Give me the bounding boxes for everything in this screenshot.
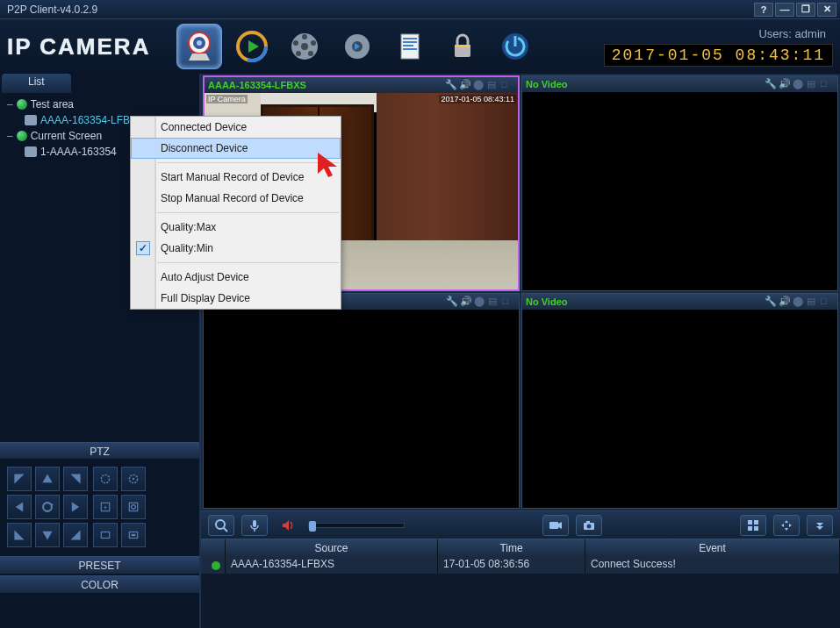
fullscreen-button[interactable] bbox=[773, 515, 800, 536]
iris-close[interactable] bbox=[121, 523, 146, 547]
record-dot-icon[interactable]: ⬤ bbox=[793, 296, 805, 308]
color-button[interactable]: COLOR bbox=[0, 575, 199, 593]
zoom-out[interactable] bbox=[121, 467, 146, 491]
volume-icon[interactable] bbox=[275, 515, 301, 536]
gear-icon bbox=[340, 29, 375, 64]
focus-far[interactable] bbox=[121, 495, 146, 519]
cm-start-record[interactable]: Start Manual Record of Device bbox=[131, 167, 341, 188]
ptz-header[interactable]: PTZ bbox=[0, 442, 199, 460]
settings-button[interactable] bbox=[334, 24, 380, 69]
power-icon bbox=[498, 29, 533, 64]
ptz-down[interactable] bbox=[35, 523, 60, 547]
video-cell-4[interactable]: No Video🔧🔊⬤▤□ bbox=[521, 293, 838, 509]
cm-label: Full Display Device bbox=[161, 292, 250, 304]
speaker-icon[interactable]: 🔊 bbox=[779, 78, 791, 90]
mic-icon[interactable]: 🔧 bbox=[765, 296, 777, 308]
cm-label: Disconnect Device bbox=[161, 142, 248, 154]
webcam-icon bbox=[182, 29, 217, 64]
cm-disconnect-device[interactable]: Disconnect Device bbox=[131, 138, 341, 159]
record-button[interactable] bbox=[282, 24, 327, 69]
cm-connected-device[interactable]: Connected Device bbox=[131, 117, 341, 138]
users-label: Users: admin bbox=[604, 27, 833, 40]
play-ring-icon bbox=[234, 29, 269, 64]
ptz-down-left[interactable] bbox=[7, 523, 32, 547]
record-all-button[interactable] bbox=[542, 515, 569, 536]
close-stream-icon[interactable]: □ bbox=[821, 78, 833, 90]
focus-near[interactable]: + bbox=[93, 495, 118, 519]
ptz-auto[interactable] bbox=[35, 495, 60, 519]
minimize-button[interactable]: — bbox=[775, 3, 794, 17]
speaker-icon[interactable]: 🔊 bbox=[459, 79, 471, 91]
zoom-in[interactable] bbox=[93, 467, 118, 491]
record-dot-icon[interactable]: ⬤ bbox=[473, 79, 485, 91]
cm-quality-min[interactable]: ✓Quality:Min bbox=[131, 238, 341, 259]
svg-marker-28 bbox=[70, 474, 80, 483]
event-text: Connect Success! bbox=[585, 556, 840, 574]
live-view-button[interactable] bbox=[176, 24, 222, 69]
tree-area-test[interactable]: –Test area bbox=[0, 96, 199, 112]
cm-stop-record[interactable]: Stop Manual Record of Device bbox=[131, 188, 341, 209]
snapshot-icon[interactable]: ▤ bbox=[807, 78, 819, 90]
video-cell-3[interactable]: No Video🔧🔊⬤▤□ bbox=[203, 293, 520, 509]
record-dot-icon[interactable]: ⬤ bbox=[474, 296, 486, 308]
svg-marker-65 bbox=[816, 526, 823, 530]
close-stream-icon[interactable]: □ bbox=[821, 296, 833, 308]
cm-quality-max[interactable]: Quality:Max bbox=[131, 217, 341, 238]
ptz-left[interactable] bbox=[7, 495, 32, 519]
camera-icon bbox=[25, 115, 37, 125]
collapse-button[interactable] bbox=[807, 515, 833, 536]
svg-rect-22 bbox=[455, 45, 470, 47]
osd-top-left: IP Camera bbox=[206, 95, 248, 103]
digital-zoom-button[interactable] bbox=[208, 515, 234, 536]
help-button[interactable]: ? bbox=[754, 3, 773, 17]
mic-icon[interactable]: 🔧 bbox=[446, 296, 458, 308]
ptz-right[interactable] bbox=[63, 495, 88, 519]
close-button[interactable]: ✕ bbox=[817, 3, 836, 17]
record-dot-icon[interactable]: ⬤ bbox=[793, 78, 805, 90]
svg-point-38 bbox=[133, 478, 134, 480]
lock-button[interactable] bbox=[440, 24, 485, 69]
clock: 2017-01-05 08:43:11 bbox=[604, 44, 833, 67]
snapshot-all-button[interactable] bbox=[576, 515, 602, 536]
close-stream-icon[interactable]: □ bbox=[501, 79, 513, 91]
video-cell-2[interactable]: No Video🔧🔊⬤▤□ bbox=[521, 75, 838, 291]
event-row[interactable]: AAAA-163354-LFBXS 17-01-05 08:36:56 Conn… bbox=[201, 556, 840, 574]
cm-auto-adjust[interactable]: Auto Adjust Device bbox=[131, 267, 341, 288]
svg-point-9 bbox=[311, 40, 316, 46]
ptz-down-right[interactable] bbox=[63, 523, 88, 547]
snapshot-icon[interactable]: ▤ bbox=[487, 79, 499, 91]
mic-icon[interactable]: 🔧 bbox=[445, 79, 457, 91]
volume-slider[interactable] bbox=[308, 523, 405, 528]
svg-point-36 bbox=[101, 475, 109, 482]
log-icon bbox=[392, 29, 427, 64]
layout-button[interactable] bbox=[740, 515, 766, 536]
ptz-up-left[interactable] bbox=[7, 467, 32, 491]
svg-marker-63 bbox=[789, 524, 792, 527]
snapshot-icon[interactable]: ▤ bbox=[807, 296, 819, 308]
svg-point-12 bbox=[293, 40, 298, 46]
speaker-icon[interactable]: 🔊 bbox=[779, 296, 791, 308]
svg-point-2 bbox=[197, 40, 202, 46]
tab-list[interactable]: List bbox=[2, 74, 71, 93]
talk-button[interactable] bbox=[241, 515, 268, 536]
close-stream-icon[interactable]: □ bbox=[502, 296, 514, 308]
ptz-up-right[interactable] bbox=[63, 467, 88, 491]
speaker-icon[interactable]: 🔊 bbox=[460, 296, 472, 308]
header: IP CAMERA Users: admin 2017-01-05 08:43:… bbox=[0, 19, 840, 74]
svg-marker-35 bbox=[70, 530, 80, 539]
svg-marker-34 bbox=[42, 532, 52, 540]
maximize-button[interactable]: ❐ bbox=[796, 3, 815, 17]
svg-text:+: + bbox=[103, 503, 107, 512]
ptz-up[interactable] bbox=[35, 467, 60, 491]
snapshot-icon[interactable]: ▤ bbox=[488, 296, 500, 308]
svg-rect-58 bbox=[748, 526, 752, 531]
preset-button[interactable]: PRESET bbox=[0, 556, 199, 574]
log-button[interactable] bbox=[387, 24, 433, 69]
iris-open[interactable] bbox=[93, 523, 118, 547]
mic-icon[interactable]: 🔧 bbox=[765, 78, 777, 90]
power-button[interactable] bbox=[492, 24, 538, 69]
cell-header-icons: 🔧🔊⬤▤□ bbox=[444, 79, 514, 91]
cm-full-display[interactable]: Full Display Device bbox=[131, 288, 341, 309]
svg-point-42 bbox=[132, 505, 136, 510]
playback-button[interactable] bbox=[229, 24, 275, 69]
